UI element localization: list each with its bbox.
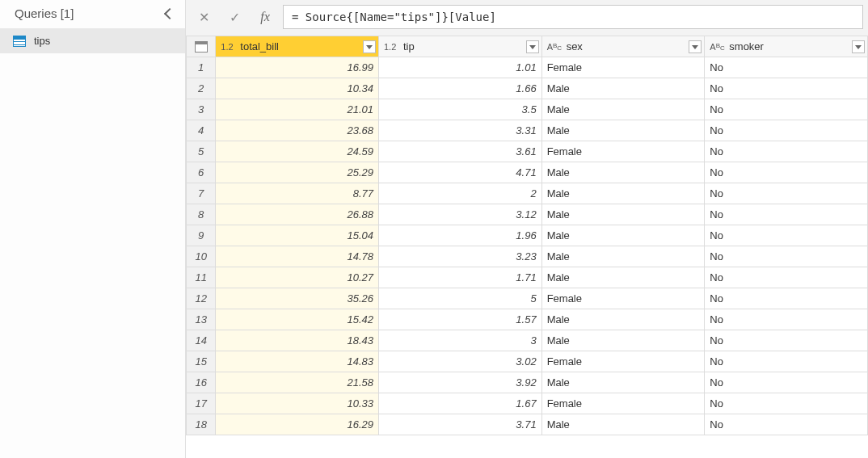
cell-tip[interactable]: 3.23	[378, 246, 541, 267]
cell-total_bill[interactable]: 10.27	[216, 267, 379, 288]
table-row[interactable]: 78.772MaleNo	[187, 183, 868, 204]
row-number[interactable]: 17	[187, 393, 216, 414]
cell-smoker[interactable]: No	[705, 330, 868, 351]
cell-total_bill[interactable]: 16.99	[216, 57, 379, 78]
cell-total_bill[interactable]: 14.78	[216, 246, 379, 267]
cell-smoker[interactable]: No	[705, 162, 868, 183]
cell-tip[interactable]: 3.02	[378, 351, 541, 372]
row-number[interactable]: 12	[187, 288, 216, 309]
cell-sex[interactable]: Male	[541, 99, 705, 120]
cell-smoker[interactable]: No	[705, 393, 868, 414]
cell-tip[interactable]: 3.12	[378, 204, 541, 225]
cell-sex[interactable]: Male	[541, 225, 705, 246]
cell-tip[interactable]: 1.67	[378, 393, 541, 414]
cell-total_bill[interactable]: 14.83	[216, 351, 379, 372]
table-row[interactable]: 1710.331.67FemaleNo	[187, 393, 868, 414]
formula-fx-button[interactable]: fx	[252, 5, 278, 29]
cell-smoker[interactable]: No	[705, 141, 868, 162]
cell-smoker[interactable]: No	[705, 57, 868, 78]
cell-tip[interactable]: 3.92	[378, 372, 541, 393]
cell-total_bill[interactable]: 26.88	[216, 204, 379, 225]
cell-smoker[interactable]: No	[705, 246, 868, 267]
column-filter-button[interactable]	[363, 40, 376, 53]
formula-confirm-button[interactable]: ✓	[221, 5, 247, 29]
cell-tip[interactable]: 3.71	[378, 414, 541, 435]
table-row[interactable]: 1235.265FemaleNo	[187, 288, 868, 309]
cell-sex[interactable]: Male	[541, 204, 705, 225]
cell-sex[interactable]: Male	[541, 414, 705, 435]
column-header-tip[interactable]: 1.2tip	[378, 36, 541, 57]
cell-smoker[interactable]: No	[705, 414, 868, 435]
cell-smoker[interactable]: No	[705, 78, 868, 99]
cell-total_bill[interactable]: 15.42	[216, 309, 379, 330]
cell-total_bill[interactable]: 8.77	[216, 183, 379, 204]
cell-smoker[interactable]: No	[705, 288, 868, 309]
cell-sex[interactable]: Male	[541, 267, 705, 288]
formula-input[interactable]	[283, 5, 863, 29]
row-number[interactable]: 2	[187, 78, 216, 99]
cell-tip[interactable]: 4.71	[378, 162, 541, 183]
column-filter-button[interactable]	[526, 40, 539, 53]
row-number[interactable]: 11	[187, 267, 216, 288]
table-row[interactable]: 625.294.71MaleNo	[187, 162, 868, 183]
collapse-queries-icon[interactable]	[164, 7, 175, 19]
data-grid[interactable]: 1.2total_bill1.2tipABCsexABCsmoker 116.9…	[186, 36, 868, 458]
cell-total_bill[interactable]: 21.01	[216, 99, 379, 120]
cell-total_bill[interactable]: 21.58	[216, 372, 379, 393]
row-number[interactable]: 16	[187, 372, 216, 393]
cell-tip[interactable]: 1.01	[378, 57, 541, 78]
cell-sex[interactable]: Male	[541, 183, 705, 204]
row-number[interactable]: 5	[187, 141, 216, 162]
table-corner[interactable]	[187, 36, 216, 57]
row-number[interactable]: 4	[187, 120, 216, 141]
cell-tip[interactable]: 3.5	[378, 99, 541, 120]
cell-total_bill[interactable]: 10.33	[216, 393, 379, 414]
column-header-smoker[interactable]: ABCsmoker	[705, 36, 868, 57]
row-number[interactable]: 6	[187, 162, 216, 183]
cell-smoker[interactable]: No	[705, 99, 868, 120]
cell-sex[interactable]: Male	[541, 246, 705, 267]
table-row[interactable]: 524.593.61FemaleNo	[187, 141, 868, 162]
cell-total_bill[interactable]: 16.29	[216, 414, 379, 435]
column-header-sex[interactable]: ABCsex	[541, 36, 705, 57]
cell-sex[interactable]: Female	[541, 393, 705, 414]
cell-sex[interactable]: Female	[541, 288, 705, 309]
cell-sex[interactable]: Female	[541, 351, 705, 372]
cell-smoker[interactable]: No	[705, 351, 868, 372]
cell-total_bill[interactable]: 18.43	[216, 330, 379, 351]
cell-sex[interactable]: Male	[541, 120, 705, 141]
cell-tip[interactable]: 3	[378, 330, 541, 351]
cell-smoker[interactable]: No	[705, 225, 868, 246]
cell-total_bill[interactable]: 25.29	[216, 162, 379, 183]
cell-total_bill[interactable]: 24.59	[216, 141, 379, 162]
table-row[interactable]: 1315.421.57MaleNo	[187, 309, 868, 330]
row-number[interactable]: 15	[187, 351, 216, 372]
cell-tip[interactable]: 1.71	[378, 267, 541, 288]
row-number[interactable]: 7	[187, 183, 216, 204]
table-row[interactable]: 915.041.96MaleNo	[187, 225, 868, 246]
cell-smoker[interactable]: No	[705, 183, 868, 204]
cell-smoker[interactable]: No	[705, 372, 868, 393]
row-number[interactable]: 3	[187, 99, 216, 120]
table-row[interactable]: 826.883.12MaleNo	[187, 204, 868, 225]
table-row[interactable]: 1621.583.92MaleNo	[187, 372, 868, 393]
row-number[interactable]: 10	[187, 246, 216, 267]
table-row[interactable]: 1418.433MaleNo	[187, 330, 868, 351]
cell-tip[interactable]: 1.66	[378, 78, 541, 99]
row-number[interactable]: 14	[187, 330, 216, 351]
column-filter-button[interactable]	[852, 40, 865, 53]
row-number[interactable]: 9	[187, 225, 216, 246]
formula-cancel-button[interactable]: ✕	[191, 5, 217, 29]
cell-tip[interactable]: 5	[378, 288, 541, 309]
cell-total_bill[interactable]: 35.26	[216, 288, 379, 309]
row-number[interactable]: 18	[187, 414, 216, 435]
cell-tip[interactable]: 3.31	[378, 120, 541, 141]
cell-sex[interactable]: Male	[541, 309, 705, 330]
table-row[interactable]: 116.991.01FemaleNo	[187, 57, 868, 78]
cell-sex[interactable]: Female	[541, 141, 705, 162]
table-row[interactable]: 210.341.66MaleNo	[187, 78, 868, 99]
cell-smoker[interactable]: No	[705, 267, 868, 288]
cell-tip[interactable]: 1.96	[378, 225, 541, 246]
cell-tip[interactable]: 2	[378, 183, 541, 204]
cell-sex[interactable]: Female	[541, 57, 705, 78]
